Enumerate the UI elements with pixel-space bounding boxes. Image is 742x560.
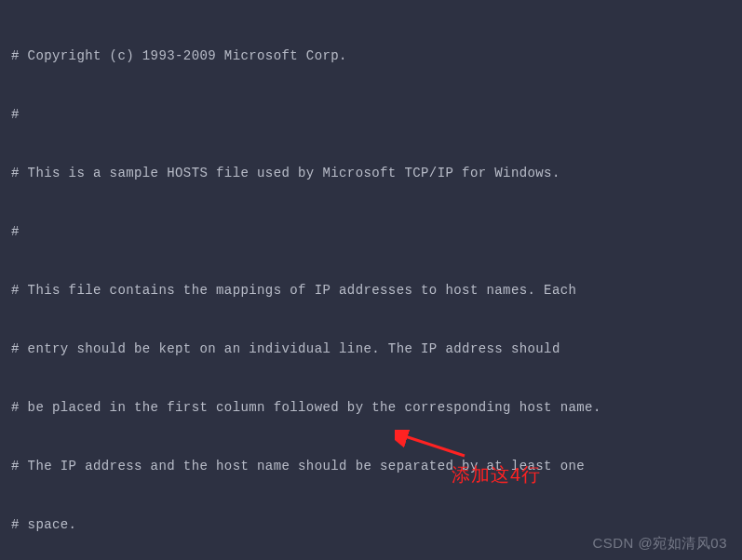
code-line: # — [11, 105, 731, 125]
watermark: CSDN @宛如清风03 — [592, 533, 727, 553]
arrow-icon — [395, 430, 469, 458]
code-line: # entry should be kept on an individual … — [11, 340, 731, 359]
code-line: # This file contains the mappings of IP … — [11, 281, 731, 300]
code-line: # Copyright (c) 1993-2009 Microsoft Corp… — [11, 47, 731, 66]
code-line: # The IP address and the host name shoul… — [11, 457, 731, 476]
code-line: # space. — [11, 515, 731, 535]
code-line: # This is a sample HOSTS file used by Mi… — [11, 164, 731, 183]
annotation-label: 添加这4行 — [452, 465, 541, 485]
svg-line-1 — [402, 435, 465, 456]
code-line: # — [11, 222, 731, 242]
code-line: # be placed in the first column followed… — [11, 398, 731, 418]
text-editor[interactable]: # Copyright (c) 1993-2009 Microsoft Corp… — [11, 7, 731, 560]
